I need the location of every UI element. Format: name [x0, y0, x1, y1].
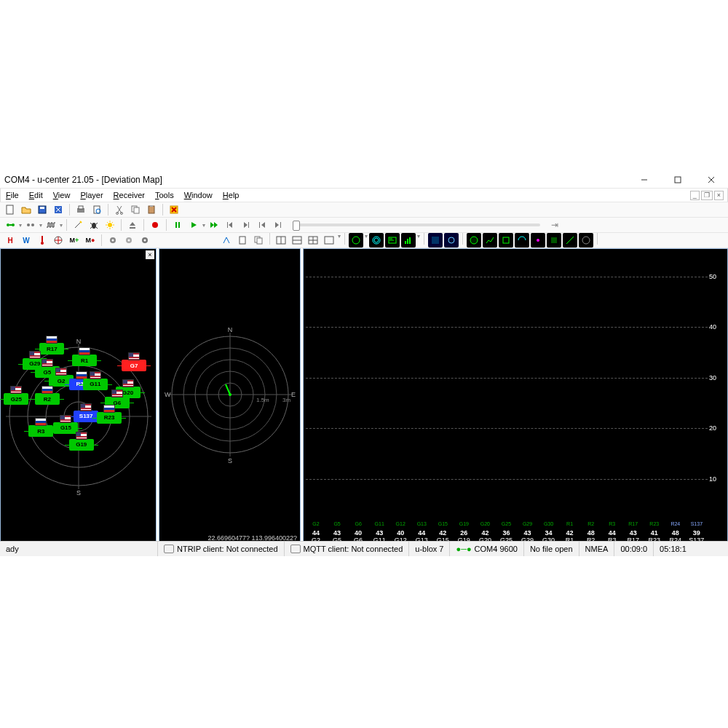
menu-player[interactable]: Player: [76, 190, 107, 200]
view-dropdown-2[interactable]: ▾: [417, 233, 420, 248]
skip-back-button[interactable]: [255, 218, 269, 232]
gear-1-icon[interactable]: [106, 233, 120, 248]
dropdown-indicator-1[interactable]: ▾: [19, 222, 22, 229]
save-file-button[interactable]: [35, 202, 50, 217]
skip-forward-button[interactable]: [271, 218, 285, 232]
satellite-G11[interactable]: G11: [83, 379, 108, 390]
print-preview-button[interactable]: [90, 202, 104, 217]
skip-end-button[interactable]: ⇥: [547, 218, 562, 232]
layout-dropdown[interactable]: ▾: [338, 233, 341, 248]
layout-3-icon[interactable]: [306, 233, 320, 248]
cut-button[interactable]: [112, 202, 127, 217]
eject-button[interactable]: [125, 218, 140, 232]
copy2-icon[interactable]: [251, 233, 266, 248]
view-w-icon[interactable]: W: [19, 233, 33, 248]
play-button[interactable]: [186, 218, 201, 232]
copy-button[interactable]: [128, 202, 143, 217]
flag-icon: [29, 351, 41, 359]
layout-4-icon[interactable]: [322, 233, 336, 248]
menu-help[interactable]: Help: [218, 190, 244, 200]
menu-window[interactable]: Window: [180, 190, 217, 200]
view-extra-2[interactable]: [531, 233, 545, 248]
view-sky-icon[interactable]: [349, 233, 363, 248]
view-dev-icon[interactable]: [369, 233, 384, 248]
view-map-icon[interactable]: [467, 233, 481, 248]
satellite-R3[interactable]: R3: [28, 425, 53, 437]
satellite-R2[interactable]: R2: [35, 393, 60, 405]
satellite-R23[interactable]: R23: [97, 412, 122, 424]
gear-2-icon[interactable]: [122, 233, 136, 248]
statusbar: ady NTRIP client: Not connected MQTT cli…: [0, 541, 728, 556]
paste-button[interactable]: [144, 202, 159, 217]
open-file-button[interactable]: [19, 202, 33, 217]
status-mqtt: MQTT client: Not connected: [285, 542, 410, 556]
view-extra-3[interactable]: [547, 233, 561, 248]
view-panel-a[interactable]: [428, 233, 443, 248]
svg-point-23: [152, 222, 158, 228]
view-extra-5[interactable]: [579, 233, 593, 248]
svg-point-34: [112, 240, 114, 242]
connect-button[interactable]: [3, 218, 17, 232]
satellite-R17[interactable]: R17: [39, 343, 64, 355]
pick-icon[interactable]: [219, 233, 234, 248]
record-button[interactable]: [148, 218, 162, 232]
compass-config-icon[interactable]: [51, 233, 66, 248]
wizard-button[interactable]: [71, 218, 85, 232]
baud-button[interactable]: [44, 218, 58, 232]
svg-rect-56: [503, 237, 509, 243]
layout-2-icon[interactable]: [290, 233, 304, 248]
menu-edit[interactable]: Edit: [25, 190, 47, 200]
layout-1-icon[interactable]: [274, 233, 288, 248]
view-panel-b[interactable]: [444, 233, 459, 248]
satellite-R1[interactable]: R1: [72, 355, 97, 366]
disconnect-button[interactable]: [23, 218, 38, 232]
print-button[interactable]: [74, 202, 88, 217]
menu-tools[interactable]: Tools: [151, 190, 178, 200]
m-plus-icon[interactable]: M+: [67, 233, 82, 248]
playback-slider[interactable]: [293, 223, 540, 226]
sun-button[interactable]: [103, 218, 117, 232]
doc-icon[interactable]: [235, 233, 250, 248]
satellite-G25[interactable]: G25: [4, 393, 28, 405]
svg-rect-13: [149, 206, 154, 213]
new-file-button[interactable]: [3, 202, 17, 217]
view-h-icon[interactable]: H: [3, 233, 17, 248]
thermometer-icon[interactable]: [35, 233, 50, 248]
view-hist-icon[interactable]: [499, 233, 513, 248]
debug-button[interactable]: [87, 218, 101, 232]
view-dropdown-1[interactable]: ▾: [365, 233, 368, 248]
stop-all-button[interactable]: [167, 202, 181, 217]
menu-file[interactable]: File: [1, 190, 23, 200]
satellite-G7[interactable]: G7: [122, 360, 146, 371]
view-terminal-icon[interactable]: [385, 233, 400, 248]
dropdown-indicator-2[interactable]: ▾: [39, 222, 42, 229]
minimize-button[interactable]: [628, 172, 661, 188]
fast-forward-button[interactable]: [207, 218, 221, 232]
dropdown-indicator-3[interactable]: ▾: [60, 222, 63, 229]
step-forward-button[interactable]: [239, 218, 253, 232]
mdi-close[interactable]: ×: [714, 191, 724, 200]
bar-top-label: G25: [496, 521, 516, 526]
step-back-button[interactable]: [223, 218, 237, 232]
pause-button[interactable]: [170, 218, 185, 232]
satellite-S137[interactable]: S137: [74, 411, 98, 422]
m-go-icon[interactable]: M●: [83, 233, 98, 248]
svg-rect-53: [432, 237, 439, 244]
menu-view[interactable]: View: [49, 190, 75, 200]
satellite-G19[interactable]: G19: [69, 439, 94, 451]
gear-3-icon[interactable]: [138, 233, 152, 248]
mdi-restore[interactable]: ❐: [701, 191, 713, 200]
svg-rect-39: [240, 237, 245, 244]
view-bars-icon[interactable]: [401, 233, 416, 248]
save-close-button[interactable]: [51, 202, 66, 217]
close-button[interactable]: [695, 172, 728, 188]
dropdown-indicator-4[interactable]: ▾: [202, 222, 205, 229]
status-ready: ady: [0, 542, 158, 556]
maximize-button[interactable]: [661, 172, 695, 188]
view-extra-4[interactable]: [563, 233, 577, 248]
menu-receiver[interactable]: Receiver: [109, 190, 149, 200]
view-extra-1[interactable]: [515, 233, 529, 248]
mdi-minimize[interactable]: _: [690, 191, 700, 200]
view-chart-icon[interactable]: [483, 233, 497, 248]
svg-point-54: [448, 237, 454, 243]
